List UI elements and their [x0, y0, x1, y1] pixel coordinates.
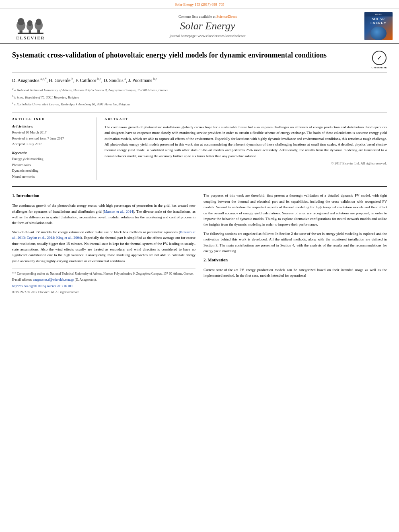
copyright-line: © 2017 Elsevier Ltd. All rights reserved… — [105, 161, 387, 165]
elsevier-logo-area: ELSEVIER — [6, 12, 55, 40]
doi-line: http://dx.doi.org/10.1016/j.solener.2017… — [12, 284, 195, 289]
sciencedirect-anchor[interactable]: ScienceDirect — [216, 14, 237, 18]
journal-name: Solar Energy — [55, 20, 360, 32]
section2-para1: Current state-of-the-art PV energy produ… — [204, 267, 387, 279]
section1-para1: The continuous growth of the photovoltai… — [12, 203, 195, 226]
svg-rect-9 — [18, 33, 43, 34]
crossmark-badge: ✓ CrossMark — [371, 51, 387, 69]
journal-header: ELSEVIER Contents lists available at Sci… — [0, 9, 399, 44]
ref-bizzarri[interactable]: Bizzarri et al., 2013; Ceylan et al., 20… — [12, 230, 195, 240]
affiliation-a: a National Technical University of Athen… — [14, 88, 169, 92]
affiliation-b: b imec, Kapeldreef 75, 3001 Heverlee, Be… — [14, 95, 79, 99]
ref-masson[interactable]: Masson et al., 2014 — [104, 210, 133, 214]
footnote-corresponding: * * Corresponding author at: National Te… — [12, 271, 195, 276]
affiliation-c: c Katholieke Universiteit Leuven, Kastee… — [14, 102, 130, 106]
abstract-heading: ABSTRACT — [105, 117, 387, 121]
title-section: Systematic cross-validation of photovolt… — [12, 51, 387, 73]
received-date: Received 10 March 2017 — [12, 130, 90, 135]
footnotes-section: * * Corresponding author at: National Te… — [12, 269, 195, 295]
solar-energy-badge: ■ EES SOLAR ENERGY — [364, 12, 393, 40]
keyword-2: Photovoltaics — [12, 162, 90, 168]
doi-link[interactable]: http://dx.doi.org/10.1016/j.solener.2017… — [12, 284, 73, 288]
section1-right-para1: The purposes of this work are threefold:… — [204, 193, 387, 227]
abstract-text: The continuous growth of photovoltaic in… — [105, 124, 387, 159]
journal-center: Contents lists available at ScienceDirec… — [55, 14, 360, 38]
article-info-heading: ARTICLE INFO — [12, 117, 90, 121]
issn-line: 0038-092X/© 2017 Elsevier Ltd. All right… — [12, 290, 195, 295]
body-col-right: The purposes of this work are threefold:… — [204, 193, 387, 295]
article-content: Systematic cross-validation of photovolt… — [0, 44, 399, 302]
journal-homepage: journal homepage: www.elsevier.com/locat… — [55, 34, 360, 38]
main-body: 1. Introduction The continuous growth of… — [12, 186, 387, 301]
footnote-email: E-mail address: anagnostos.d@microlab.nt… — [12, 277, 195, 282]
section1-para2: State-of-the-art PV models for energy es… — [12, 229, 195, 264]
keyword-3: Dynamic modeling — [12, 168, 90, 174]
keyword-4: Neural networks — [12, 174, 90, 180]
svg-point-2 — [18, 18, 24, 25]
keyword-1: Energy yield modeling — [12, 156, 90, 162]
article-title: Systematic cross-validation of photovolt… — [12, 51, 365, 60]
email-link[interactable]: anagnostos.d@microlab.ntua.gr — [33, 278, 74, 281]
elsevier-tree-icon — [14, 12, 47, 35]
svg-point-8 — [36, 18, 42, 25]
section1-right-para2: The following sections are organized as … — [204, 231, 387, 254]
svg-point-5 — [27, 20, 33, 26]
section2-title: 2. Motivation — [204, 257, 387, 264]
journal-logo-right: ■ EES SOLAR ENERGY — [360, 12, 393, 40]
section1-title: 1. Introduction — [12, 193, 195, 199]
authors-line: D. Anagnostos a,c,*, H. Goverde b, F. Ca… — [12, 77, 387, 84]
crossmark-label: CrossMark — [371, 66, 387, 69]
elsevier-wordmark: ELSEVIER — [16, 35, 45, 40]
accepted-date: Accepted 3 July 2017 — [12, 142, 90, 147]
abstract-column: ABSTRACT The continuous growth of photov… — [105, 117, 387, 180]
article-history-label: Article history: — [12, 124, 90, 128]
keywords-label: Keywords: — [12, 151, 90, 155]
badge-top-text: ■ EES — [364, 12, 393, 16]
badge-globe-icon — [370, 27, 387, 40]
revised-date: Received in revised form 7 June 2017 — [12, 136, 90, 141]
journal-reference: Solar Energy 155 (2017) 698–705 — [175, 2, 224, 6]
crossmark-icon: ✓ — [372, 51, 387, 65]
info-abstract-section: ARTICLE INFO Article history: Received 1… — [12, 112, 387, 180]
badge-title: SOLAR ENERGY — [369, 16, 388, 26]
affiliations: a a National Technical University of Ath… — [12, 86, 387, 107]
sciencedirect-link: Contents lists available at ScienceDirec… — [55, 14, 360, 18]
body-col-left: 1. Introduction The continuous growth of… — [12, 193, 195, 295]
article-info-column: ARTICLE INFO Article history: Received 1… — [12, 117, 97, 180]
keywords-section: Keywords: Energy yield modeling Photovol… — [12, 151, 90, 179]
